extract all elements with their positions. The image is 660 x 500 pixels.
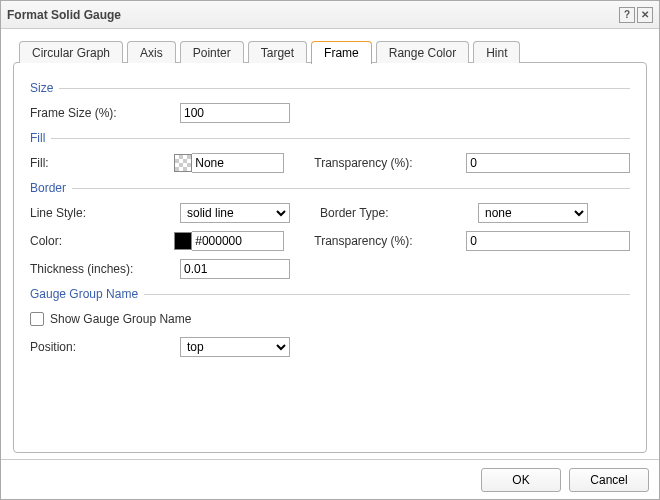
tabstrip: Circular Graph Axis Pointer Target Frame… xyxy=(19,39,647,63)
line-style-select[interactable]: solid line xyxy=(180,203,290,223)
border-color-picker[interactable] xyxy=(174,231,284,251)
show-gauge-group-checkbox-row[interactable]: Show Gauge Group Name xyxy=(30,312,191,326)
group-fill-header: Fill xyxy=(30,131,630,145)
help-button[interactable]: ? xyxy=(619,7,635,23)
tab-target[interactable]: Target xyxy=(248,41,307,63)
group-size-header: Size xyxy=(30,81,630,95)
thickness-label: Thickness (inches): xyxy=(30,262,180,276)
tab-panel-frame: Size Frame Size (%): Fill Fill: Transpar… xyxy=(13,62,647,453)
show-gauge-group-label: Show Gauge Group Name xyxy=(50,312,191,326)
ok-button[interactable]: OK xyxy=(481,468,561,492)
fill-label: Fill: xyxy=(30,156,174,170)
border-transparency-label: Transparency (%): xyxy=(314,234,466,248)
group-gauge-title: Gauge Group Name xyxy=(30,287,138,301)
color-swatch-icon xyxy=(174,232,192,250)
show-gauge-group-checkbox[interactable] xyxy=(30,312,44,326)
dialog-footer: OK Cancel xyxy=(1,459,659,499)
group-size-title: Size xyxy=(30,81,53,95)
border-type-select[interactable]: none xyxy=(478,203,588,223)
group-gauge-header: Gauge Group Name xyxy=(30,287,630,301)
fill-picker[interactable] xyxy=(174,153,284,173)
tab-axis[interactable]: Axis xyxy=(127,41,176,63)
fill-swatch-icon xyxy=(174,154,192,172)
border-type-label: Border Type: xyxy=(320,206,478,220)
group-border-header: Border xyxy=(30,181,630,195)
dialog-body: Circular Graph Axis Pointer Target Frame… xyxy=(1,29,659,459)
help-icon: ? xyxy=(624,10,630,20)
position-label: Position: xyxy=(30,340,180,354)
thickness-input[interactable] xyxy=(180,259,290,279)
fill-transparency-label: Transparency (%): xyxy=(314,156,466,170)
dialog-title: Format Solid Gauge xyxy=(7,8,617,22)
fill-value-input[interactable] xyxy=(192,153,284,173)
format-solid-gauge-dialog: Format Solid Gauge ? ✕ Circular Graph Ax… xyxy=(0,0,660,500)
close-icon: ✕ xyxy=(641,10,649,20)
group-border-title: Border xyxy=(30,181,66,195)
tab-circular-graph[interactable]: Circular Graph xyxy=(19,41,123,63)
frame-size-input[interactable] xyxy=(180,103,290,123)
tab-pointer[interactable]: Pointer xyxy=(180,41,244,63)
border-transparency-input[interactable] xyxy=(466,231,630,251)
position-select[interactable]: top xyxy=(180,337,290,357)
fill-transparency-input[interactable] xyxy=(466,153,630,173)
close-button[interactable]: ✕ xyxy=(637,7,653,23)
tab-frame[interactable]: Frame xyxy=(311,41,372,64)
tab-range-color[interactable]: Range Color xyxy=(376,41,469,63)
cancel-button[interactable]: Cancel xyxy=(569,468,649,492)
line-style-label: Line Style: xyxy=(30,206,180,220)
frame-size-label: Frame Size (%): xyxy=(30,106,180,120)
group-fill-title: Fill xyxy=(30,131,45,145)
titlebar: Format Solid Gauge ? ✕ xyxy=(1,1,659,29)
border-color-input[interactable] xyxy=(192,231,284,251)
tab-hint[interactable]: Hint xyxy=(473,41,520,63)
border-color-label: Color: xyxy=(30,234,174,248)
